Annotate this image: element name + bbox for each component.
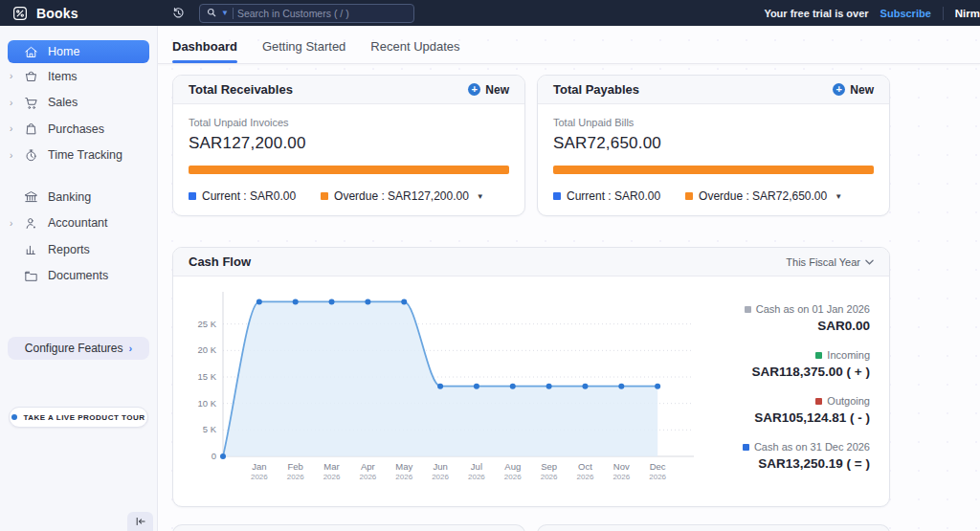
tab-dashboard[interactable]: Dashboard [172,39,237,63]
x-tick-month: Apr [361,461,375,472]
overdue-dropdown-caret-icon[interactable]: ▼ [835,192,842,201]
expand-chevron-icon[interactable]: › [10,123,23,134]
sidebar-item-label: Banking [48,190,91,204]
payables-current-legend: Current : SAR0.00 [553,189,660,203]
sidebar-item-items[interactable]: ›Items [0,63,157,90]
x-tick-month: Aug [504,461,521,472]
sidebar-item-purchases[interactable]: ›Purchases [0,116,157,143]
sidebar-item-documents[interactable]: Documents [0,263,157,290]
cashflow-summary-item: Cash as on 31 Dec 2026SAR13,250.19 ( = ) [709,441,870,471]
main-content: DashboardGetting StartedRecent Updates T… [158,26,980,531]
product-tour-button[interactable]: TAKE A LIVE PRODUCT TOUR [9,407,148,428]
sidebar-nav-secondary: Banking›AccountantReportsDocuments [0,184,157,289]
items-icon [23,68,39,84]
data-point-origin[interactable] [220,454,226,459]
tab-getting-started[interactable]: Getting Started [262,39,345,63]
recent-history-icon[interactable] [171,6,186,20]
y-tick-label: 15 K [197,371,216,382]
top-bar: Books ▼ Your free trial is over Subscrib… [0,0,980,26]
sidebar-item-reports[interactable]: Reports [0,236,157,263]
sidebar-item-label: Purchases [48,122,104,136]
search-scope-chevron-down-icon[interactable]: ▼ [221,9,229,17]
sidebar-item-sales[interactable]: ›Sales [0,90,157,117]
data-point-oct[interactable] [582,384,588,389]
org-name[interactable]: Nirm [955,8,980,19]
sidebar-item-time-tracking[interactable]: ›Time Tracking [0,143,157,169]
summary-value: SAR105,124.81 ( - ) [709,410,870,425]
x-tick-year: 2026 [287,473,304,481]
data-point-feb[interactable] [293,299,299,304]
partial-card-top [537,524,890,531]
fiscal-year-dropdown[interactable]: This Fiscal Year [786,256,874,268]
x-tick-year: 2026 [649,473,666,481]
data-point-apr[interactable] [365,299,370,304]
x-tick-month: Jan [252,461,266,472]
sidebar-item-label: Reports [48,243,90,256]
app-logo[interactable]: Books [0,5,158,22]
x-tick-year: 2026 [612,473,630,481]
plus-icon: + [468,83,480,96]
receivables-overdue-legend[interactable]: Overdue : SAR127,200.00 ▼ [321,189,484,203]
expand-chevron-icon[interactable]: › [10,71,23,81]
receivables-new-button[interactable]: + New [468,83,509,97]
chevron-down-icon [865,259,874,265]
cashflow-summary-item: OutgoingSAR105,124.81 ( - ) [709,395,870,425]
data-point-jul[interactable] [474,384,479,389]
cashflow-summary-item: IncomingSAR118,375.00 ( + ) [709,349,870,379]
overdue-dropdown-caret-icon[interactable]: ▼ [477,192,484,201]
app-name: Books [36,6,78,21]
sidebar-item-home[interactable]: Home [8,40,149,63]
configure-features-label: Configure Features [25,342,123,355]
search-input[interactable] [237,8,408,19]
data-point-sep[interactable] [546,384,552,389]
payables-overdue-legend[interactable]: Overdue : SAR72,650.00 ▼ [685,189,842,203]
summary-label: Incoming [827,349,870,361]
x-tick-year: 2026 [359,473,376,481]
search-icon [206,5,217,22]
x-tick-year: 2026 [251,473,268,481]
summary-value: SAR0.00 [709,319,870,333]
cashflow-chart[interactable]: 05 K10 K15 K20 K25 KJan2026Feb2026Mar202… [173,277,702,498]
x-tick-month: Sep [541,461,557,472]
overdue-swatch-icon [685,192,693,200]
tab-recent-updates[interactable]: Recent Updates [370,39,459,63]
payables-new-button[interactable]: + New [833,83,874,97]
receivables-title: Total Receivables [189,82,293,97]
data-point-mar[interactable] [329,299,335,304]
data-point-nov[interactable] [618,384,624,389]
expand-chevron-icon[interactable]: › [10,98,23,108]
sidebar-item-label: Documents [48,269,108,282]
summary-label: Cash as on 31 Dec 2026 [754,441,870,453]
chevron-right-icon: › [129,343,133,354]
sidebar-item-banking[interactable]: Banking [0,184,157,210]
legend-swatch-icon [815,398,822,405]
configure-features-button[interactable]: Configure Features › [8,337,149,360]
dashboard-tabs: DashboardGetting StartedRecent Updates [158,26,980,64]
cashflow-chart-svg: 05 K10 K15 K20 K25 KJan2026Feb2026Mar202… [177,282,702,495]
subscribe-link[interactable]: Subscribe [880,8,931,19]
new-label: New [850,83,874,97]
x-tick-month: May [395,461,412,472]
trial-status-text: Your free trial is over [764,8,868,19]
sidebar-item-label: Sales [48,96,78,109]
data-point-jun[interactable] [437,384,443,389]
x-tick-month: Mar [323,461,339,472]
y-tick-label: 5 K [203,424,217,434]
x-tick-month: Dec [650,461,666,472]
global-search[interactable]: ▼ [199,4,414,23]
current-swatch-icon [189,192,196,200]
summary-label: Cash as on 01 Jan 2026 [756,303,870,315]
legend-swatch-icon [745,306,751,313]
data-point-dec[interactable] [655,384,660,389]
data-point-aug[interactable] [510,384,516,389]
collapse-sidebar-button[interactable] [127,512,153,531]
expand-chevron-icon[interactable]: › [10,218,23,229]
x-tick-month: Oct [578,461,592,472]
payables-subtitle: Total Unpaid Bills [553,117,874,128]
data-point-jan[interactable] [256,299,262,304]
expand-chevron-icon[interactable]: › [10,150,23,161]
x-tick-year: 2026 [504,473,522,481]
total-receivables-card: Total Receivables + New Total Unpaid Inv… [172,75,525,216]
sidebar-item-accountant[interactable]: ›Accountant [0,210,157,237]
data-point-may[interactable] [401,299,407,304]
